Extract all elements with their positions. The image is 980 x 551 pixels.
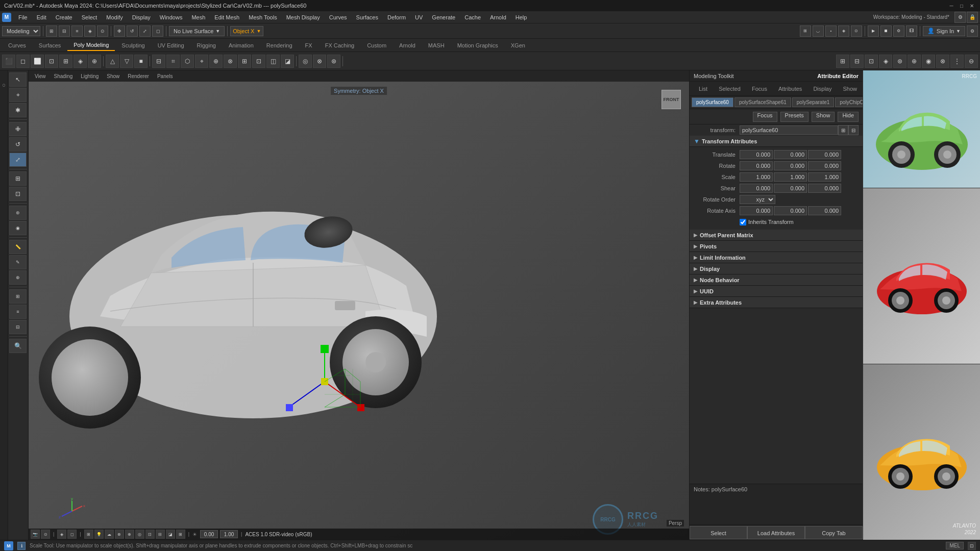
icon-shrink-select[interactable]: ⊕ [88, 55, 101, 68]
sign-in-btn[interactable]: 👤 Sign In ▼ [923, 26, 965, 36]
vp-motion-icon[interactable]: ⊕ [125, 530, 134, 539]
tb-settings[interactable]: ⚙ [967, 26, 978, 37]
tab-motion-graphics[interactable]: Motion Graphics [451, 40, 504, 51]
mode-dropdown[interactable]: Modeling [2, 26, 40, 36]
attr-tab-selected[interactable]: Selected [714, 84, 746, 93]
menu-cache[interactable]: Cache [460, 13, 485, 21]
icon-extrude[interactable]: ⬡ [181, 55, 194, 68]
icon-ring-select[interactable]: ⊞ [59, 55, 72, 68]
icon-bridge[interactable]: ⌖ [195, 55, 208, 68]
icon-bevel[interactable]: ⌗ [166, 55, 180, 68]
copy-tab-btn[interactable]: Copy Tab [805, 526, 863, 539]
attr-tab-display[interactable]: Display [808, 84, 837, 93]
tb-snap1[interactable]: ⊞ [46, 26, 57, 37]
icon-multi-select[interactable]: ⬜ [31, 55, 44, 68]
gamma-input[interactable] [220, 530, 238, 538]
tab-fx[interactable]: FX [299, 40, 318, 51]
node-tab-polyseparate1[interactable]: polySeparate1 [792, 97, 835, 107]
info-icon[interactable]: ℹ [17, 542, 26, 550]
menu-modify[interactable]: Modify [102, 13, 127, 21]
icon-edge[interactable]: ▽ [120, 55, 133, 68]
tool-snap2[interactable]: ◉ [9, 221, 27, 235]
transform-input[interactable] [740, 126, 838, 135]
icon-vertex[interactable]: △ [106, 55, 119, 68]
tool-select[interactable]: ↖ [9, 72, 27, 87]
mel-label[interactable]: MEL [946, 542, 964, 549]
icon-rside1[interactable]: ⊞ [836, 55, 849, 68]
rotate-order-select[interactable]: xyz [740, 195, 775, 204]
tb-move[interactable]: ✙ [114, 26, 125, 37]
vp-menu-show[interactable]: Show [105, 72, 121, 80]
tb-render3[interactable]: ⚙ [893, 26, 904, 37]
hide-btn[interactable]: Hide [838, 112, 859, 122]
translate-y[interactable] [774, 150, 807, 159]
limit-information-section[interactable]: ▶ Limit Information [690, 252, 863, 263]
tb-render1[interactable]: ▶ [868, 26, 879, 37]
show-btn[interactable]: Show [812, 112, 835, 122]
no-live-surface-btn[interactable]: No Live Surface ▼ [169, 26, 225, 36]
icon-rside5[interactable]: ⊛ [893, 55, 906, 68]
tool-measure[interactable]: 📏 [9, 240, 27, 254]
tb-ipr[interactable]: 🎞 [906, 26, 917, 37]
icon-face[interactable]: ■ [134, 55, 148, 68]
vp-isolate-icon[interactable]: ⊙ [41, 530, 50, 539]
node-tab-polysurfaceshape61[interactable]: polySurfaceShape61 [734, 97, 791, 107]
scale-y[interactable] [774, 172, 807, 182]
tool-scale[interactable]: ⤢ [9, 153, 27, 167]
tab-rendering[interactable]: Rendering [260, 40, 299, 51]
icon-loop-select[interactable]: ⊡ [45, 55, 58, 68]
icon-rside3[interactable]: ⊡ [865, 55, 878, 68]
inherits-transform-checkbox[interactable] [740, 219, 746, 226]
icon-loop[interactable]: ⊕ [209, 55, 223, 68]
menu-display[interactable]: Display [128, 13, 155, 21]
vp-hud-icon[interactable]: ⊟ [156, 530, 165, 539]
menu-generate[interactable]: Generate [428, 13, 459, 21]
tab-curves[interactable]: Curves [2, 40, 32, 51]
icon-mirror[interactable]: ⊟ [152, 55, 165, 68]
icon-remesh[interactable]: ⊛ [327, 55, 340, 68]
icon-rside10[interactable]: ⊖ [965, 55, 978, 68]
attr-tab-focus[interactable]: Focus [747, 84, 772, 93]
vp-wire-icon[interactable]: ◻ [67, 530, 77, 539]
icon-bool[interactable]: ⊗ [224, 55, 237, 68]
translate-z[interactable] [808, 150, 841, 159]
transform-reset-btn[interactable]: ⊟ [848, 125, 859, 135]
tool-lasso[interactable]: ⌖ [9, 88, 27, 102]
tool-grid[interactable]: ⊞ [9, 289, 27, 304]
menu-mesh[interactable]: Mesh [187, 13, 209, 21]
pivots-section[interactable]: ▶ Pivots [690, 241, 863, 252]
tab-uv-editing[interactable]: UV Editing [152, 40, 190, 51]
offset-parent-matrix-section[interactable]: ▶ Offset Parent Matrix [690, 230, 863, 241]
node-behavior-section[interactable]: ▶ Node Behavior [690, 274, 863, 286]
menu-uv[interactable]: UV [411, 13, 427, 21]
rotate-axis-y[interactable] [774, 206, 807, 215]
tool-attr[interactable]: ≡ [9, 305, 27, 319]
vp-render-icon[interactable]: ◈ [57, 530, 66, 539]
icon-smooth[interactable]: ◎ [299, 55, 312, 68]
shear-x[interactable] [740, 184, 773, 193]
tb-grid-snap[interactable]: ⊞ [800, 26, 811, 37]
menu-create[interactable]: Create [52, 13, 77, 21]
vp-overlay-icon[interactable]: ◪ [166, 530, 175, 539]
tab-animation[interactable]: Animation [223, 40, 260, 51]
icon-rside8[interactable]: ⊗ [936, 55, 949, 68]
tool-paint-select[interactable]: ✱ [9, 103, 27, 117]
vp-dof-icon[interactable]: ◎ [135, 530, 144, 539]
tb-view-snap[interactable]: ◈ [838, 26, 849, 37]
tool-move[interactable]: ✙ [9, 122, 27, 136]
tab-custom[interactable]: Custom [361, 40, 393, 51]
menu-mesh-tools[interactable]: Mesh Tools [244, 13, 281, 21]
tb-snap2[interactable]: ⊟ [59, 26, 70, 37]
viewport[interactable]: View Shading Lighting Show Renderer Pane… [29, 70, 689, 540]
tb-snap4[interactable]: ◈ [84, 26, 95, 37]
rotate-x[interactable] [740, 161, 773, 170]
icon-crease[interactable]: ◪ [281, 55, 294, 68]
vp-texture-icon[interactable]: ⊞ [84, 530, 93, 539]
attribute-editor-label[interactable]: Attribute Editor [817, 73, 859, 79]
tool-list[interactable]: ⊟ [9, 320, 27, 334]
menu-help[interactable]: Help [511, 13, 531, 21]
maximize-btn[interactable]: □ [958, 2, 966, 10]
attr-tab-show[interactable]: Show [838, 84, 862, 93]
object-x-dropdown[interactable]: Object X ▼ [230, 26, 263, 36]
tb-point-snap[interactable]: • [825, 26, 837, 37]
